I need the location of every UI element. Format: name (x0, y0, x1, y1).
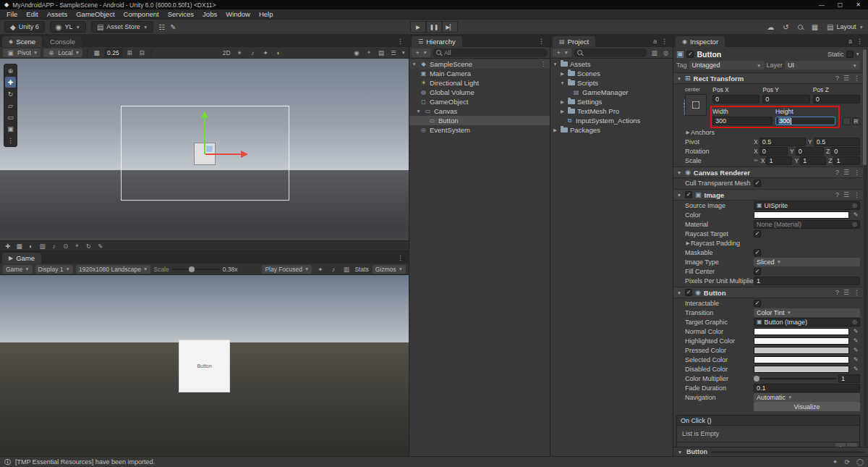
rotation-x-input[interactable] (760, 147, 788, 156)
camera-settings-icon[interactable]: ⌖ (365, 49, 374, 56)
eyedropper-icon[interactable]: ✎ (851, 337, 860, 344)
remove-listener-button[interactable]: − (847, 443, 857, 447)
scale-tool-button[interactable]: ▱ (5, 100, 16, 111)
pivot-x-input[interactable] (760, 138, 806, 146)
anchor-preset-box[interactable] (685, 94, 707, 116)
gizmo-x-axis[interactable] (205, 153, 242, 155)
2d-toggle[interactable]: 2D (222, 49, 231, 56)
project-item-scenes[interactable]: ▶ Scenes (550, 69, 673, 78)
gizmo-xy-plane-handle[interactable] (206, 146, 213, 152)
tab-scene[interactable]: ◈ Scene (2, 36, 42, 47)
scale-slider[interactable] (172, 269, 220, 270)
eyedropper-icon[interactable]: ✎ (851, 356, 860, 363)
anchor-preset-widget[interactable]: center middle (676, 86, 708, 126)
scale-x-input[interactable] (766, 156, 792, 165)
foldout-arrow-icon[interactable]: ▶ (559, 99, 566, 105)
hierarchy-item-samplescene[interactable]: ▼ ◆ SampleScene ⋮ (409, 59, 550, 69)
button-enabled-checkbox[interactable]: ✓ (685, 289, 692, 296)
rect-transform-header[interactable]: ▼ ⊞ Rect Transform ? ☰ ⋮ (673, 72, 863, 84)
game-viewport[interactable]: Button (0, 275, 409, 456)
pivot-dropdown[interactable]: ▣ Pivot ▼ (3, 49, 41, 57)
static-checkbox[interactable] (846, 51, 854, 58)
object-picker-icon[interactable]: ◎ (852, 221, 857, 227)
menu-services[interactable]: Services (163, 10, 198, 18)
unity-version-badge[interactable]: ◆ Unity 6 (4, 21, 45, 33)
active-checkbox[interactable]: ✓ (686, 51, 694, 58)
project-item-packages[interactable]: ▶ Packages (550, 125, 673, 135)
pressed-color-swatch[interactable] (754, 347, 849, 354)
layer-dropdown[interactable]: UI ▼ (785, 61, 860, 70)
image-enabled-checkbox[interactable]: ✓ (685, 191, 692, 198)
mute-audio-icon[interactable]: ♪ (328, 266, 338, 273)
inspector-lock-icon[interactable]: a (848, 38, 852, 45)
gizmos-dropdown[interactable]: Gizmos ▼ (373, 265, 406, 274)
hierarchy-item-gameobject[interactable]: ◻ GameObject (409, 97, 550, 106)
scale-slider-thumb[interactable] (189, 266, 195, 272)
asset-store-dropdown[interactable]: ▤ Asset Store ▼ (91, 21, 153, 33)
scale-z-input[interactable] (833, 156, 860, 165)
source-image-object-field[interactable]: ▣ UISprite ◎ (754, 201, 860, 210)
color-multiplier-slider[interactable] (754, 378, 836, 379)
fill-center-checkbox[interactable]: ✓ (754, 268, 761, 275)
rotation-y-input[interactable] (796, 147, 824, 156)
tab-console[interactable]: Console (43, 36, 82, 47)
move-tool-button[interactable]: ✚ (5, 77, 16, 88)
project-item-assets[interactable]: ▼ Assets (550, 59, 673, 69)
audio-overlay-icon[interactable]: ♪ (49, 243, 59, 250)
hierarchy-item-canvas[interactable]: ▼ ▭ Canvas (409, 106, 550, 116)
menu-window[interactable]: Window (221, 10, 255, 18)
foldout-arrow-icon[interactable]: ▼ (411, 62, 417, 67)
foldout-arrow-icon[interactable]: ▶ (685, 130, 691, 135)
grid-layout-icon[interactable]: ▦ (812, 23, 818, 31)
project-create-dropdown[interactable]: ＋▼ (553, 49, 571, 57)
maximize-button[interactable]: ▢ (838, 1, 843, 8)
view-tool-button[interactable]: ⊕ (5, 65, 16, 76)
play-focused-dropdown[interactable]: Play Focused ▼ (262, 265, 312, 274)
navigation-dropdown[interactable]: Automatic ▼ (754, 393, 860, 402)
image-type-dropdown[interactable]: Sliced ▼ (754, 258, 860, 266)
visualize-button[interactable]: Visualize (754, 402, 860, 411)
raw-edit-mode-button[interactable]: R (852, 117, 860, 125)
project-item-gamemanager[interactable]: ▤ GameManager (550, 88, 673, 97)
selection-filter-icon[interactable]: ✎ (170, 23, 176, 31)
tools-overlay-icon[interactable]: ✚ (3, 243, 12, 250)
status-message[interactable]: [TMP Essential Resources] have been impo… (15, 458, 155, 466)
foldout-arrow-icon[interactable]: ▶ (685, 240, 691, 246)
normal-color-swatch[interactable] (754, 328, 849, 335)
component-menu-icon[interactable]: ⋮ (854, 191, 860, 198)
minimize-button[interactable]: — (819, 1, 825, 8)
project-panel-menu-icon[interactable]: ⋮ (661, 38, 668, 45)
chevron-down-icon[interactable]: ▼ (401, 50, 406, 55)
presets-icon[interactable]: ☰ (843, 289, 849, 296)
component-menu-icon[interactable]: ⋮ (854, 169, 860, 176)
interactable-checkbox[interactable]: ✓ (754, 300, 761, 307)
shading-mode-icon[interactable]: ◐ (26, 243, 35, 250)
foldout-arrow-icon[interactable]: ▼ (415, 109, 422, 114)
presets-icon[interactable]: ☰ (843, 75, 849, 82)
disabled-color-swatch[interactable] (754, 366, 849, 373)
eyedropper-icon[interactable]: ✎ (851, 211, 860, 218)
project-search-input[interactable] (574, 49, 647, 57)
hidden-packages-icon[interactable]: ◎ (661, 49, 671, 56)
hidden-objects-icon[interactable]: ◐ (274, 49, 284, 56)
game-button-object[interactable]: Button (179, 340, 230, 392)
foldout-arrow-icon[interactable]: ▼ (559, 80, 566, 85)
step-button[interactable]: ▶▏ (442, 21, 458, 33)
account-dropdown[interactable]: ◉ YL ▼ (50, 21, 86, 33)
button-component-header[interactable]: ▼ ✓ ◉ Button ? ☰ ⋮ (673, 287, 863, 298)
foldout-arrow-icon[interactable]: ▼ (677, 450, 683, 455)
progress-circle-icon[interactable]: ◯ (856, 458, 864, 466)
grid-overlay-icon[interactable]: ▦ (14, 243, 24, 250)
image-header[interactable]: ▼ ✓ ▣ Image ? ☰ ⋮ (673, 189, 863, 201)
color-multiplier-input[interactable] (838, 374, 860, 383)
constrain-proportions-icon[interactable]: ∞ (754, 157, 758, 164)
image-color-swatch[interactable] (754, 211, 849, 219)
vsync-icon[interactable]: ▥ (341, 266, 351, 273)
project-item-settings[interactable]: ▶ Settings (550, 97, 673, 106)
project-item-textmeshpro[interactable]: ▶ TextMesh Pro (550, 106, 673, 116)
hierarchy-item-directional-light[interactable]: ☀ Directional Light (409, 78, 550, 88)
tab-game[interactable]: ▶ Game (2, 253, 41, 264)
rotate-tool-button[interactable]: ↻ (5, 88, 16, 99)
pen-overlay-icon[interactable]: ✎ (95, 243, 105, 250)
menu-assets[interactable]: Assets (43, 10, 72, 18)
